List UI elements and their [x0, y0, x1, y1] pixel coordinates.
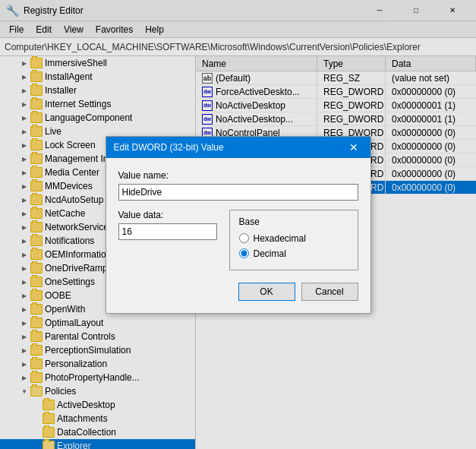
value-name-label: Value name: [118, 170, 358, 181]
ok-button[interactable]: OK [238, 283, 295, 301]
dialog-overlay: Edit DWORD (32-bit) Value ✕ Value name: … [0, 0, 476, 449]
radio-decimal-input[interactable] [239, 248, 249, 258]
dialog-buttons: OK Cancel [118, 283, 358, 301]
dialog-title-bar: Edit DWORD (32-bit) Value ✕ [106, 137, 370, 158]
base-group-title: Base [239, 217, 348, 227]
base-group: Base Hexadecimal Decimal [229, 210, 358, 270]
radio-decimal[interactable]: Decimal [239, 248, 348, 259]
value-data-input[interactable] [118, 223, 217, 240]
radio-hexadecimal-label: Hexadecimal [254, 233, 306, 244]
radio-hexadecimal[interactable]: Hexadecimal [239, 233, 348, 244]
cancel-button[interactable]: Cancel [301, 283, 358, 301]
radio-hexadecimal-input[interactable] [239, 233, 249, 243]
dialog-title-text: Edit DWORD (32-bit) Value [114, 142, 345, 153]
value-name-input[interactable] [118, 184, 358, 201]
edit-dword-dialog: Edit DWORD (32-bit) Value ✕ Value name: … [106, 136, 371, 314]
dialog-body: Value name: Value data: Base Hexadecimal… [106, 158, 370, 313]
dialog-row-data: Value data: Base Hexadecimal Decimal [118, 210, 358, 270]
radio-decimal-label: Decimal [254, 248, 286, 259]
data-input-container: Value data: [118, 210, 217, 240]
dialog-close-button[interactable]: ✕ [345, 138, 363, 157]
value-data-label: Value data: [118, 210, 217, 220]
